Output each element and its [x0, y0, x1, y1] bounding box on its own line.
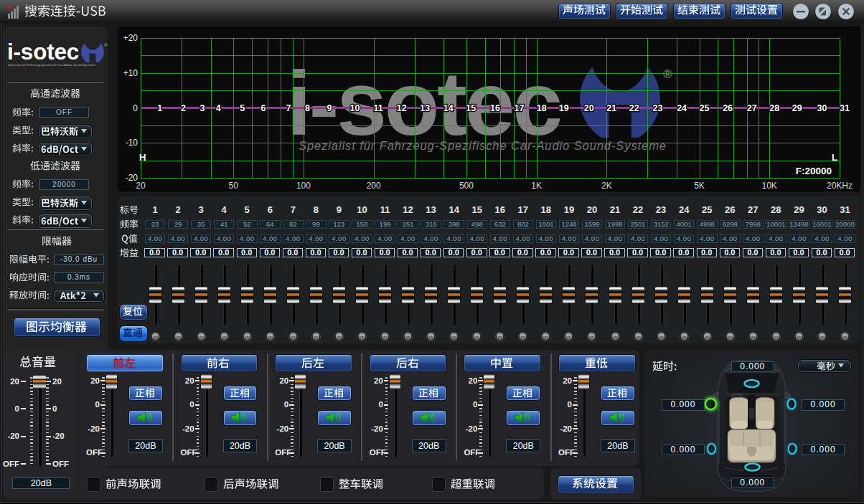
svg-text:2K: 2K	[601, 181, 612, 191]
svg-text:15: 15	[466, 103, 476, 113]
svg-text:6: 6	[261, 103, 266, 113]
svg-text:26: 26	[723, 103, 733, 113]
svg-text:5K: 5K	[694, 181, 705, 191]
svg-text:20: 20	[136, 181, 146, 191]
svg-text:22: 22	[629, 103, 639, 113]
svg-text:20: 20	[584, 103, 594, 113]
svg-text:100: 100	[296, 181, 311, 191]
svg-text:20KHz: 20KHz	[827, 181, 853, 191]
svg-text:50: 50	[229, 181, 239, 191]
svg-text:4: 4	[216, 103, 221, 113]
svg-text:16: 16	[490, 103, 500, 113]
svg-text:27: 27	[747, 103, 757, 113]
svg-text:1K: 1K	[531, 181, 542, 191]
svg-text:14: 14	[443, 103, 454, 113]
svg-text:9: 9	[327, 103, 332, 113]
svg-text:10K: 10K	[762, 181, 777, 191]
svg-text:2: 2	[181, 103, 186, 113]
svg-text:-10: -10	[126, 138, 138, 148]
svg-text:17: 17	[515, 103, 525, 113]
svg-text:200: 200	[367, 181, 381, 191]
svg-text:+20: +20	[123, 33, 138, 43]
svg-text:30: 30	[817, 103, 827, 113]
svg-text:23: 23	[653, 103, 663, 113]
svg-text:19: 19	[559, 103, 569, 113]
svg-text:3: 3	[199, 103, 205, 113]
svg-text:13: 13	[420, 103, 430, 113]
svg-text:24: 24	[677, 103, 687, 113]
svg-text:500: 500	[459, 181, 474, 191]
svg-text:11: 11	[373, 103, 382, 113]
svg-text:21: 21	[606, 103, 616, 113]
svg-text:25: 25	[700, 103, 710, 113]
svg-text:5: 5	[240, 103, 245, 113]
svg-text:7: 7	[286, 103, 291, 113]
svg-text:18: 18	[537, 103, 547, 113]
svg-text:0: 0	[133, 103, 138, 113]
svg-text:1: 1	[157, 103, 162, 113]
svg-text:28: 28	[769, 103, 779, 113]
svg-text:L: L	[832, 152, 837, 163]
svg-text:12: 12	[397, 103, 407, 113]
svg-text:H: H	[139, 152, 146, 163]
svg-text:29: 29	[792, 103, 802, 113]
svg-text:+10: +10	[123, 68, 138, 78]
svg-text:31: 31	[840, 103, 850, 113]
svg-text:®: ®	[663, 67, 672, 81]
svg-text:8: 8	[305, 103, 310, 113]
svg-text:F:20000: F:20000	[796, 166, 832, 176]
svg-text:Spezialist für Fahrzeug-Spezif: Spezialist für Fahrzeug-Spezifische Car-…	[299, 139, 666, 152]
svg-text:10: 10	[349, 103, 360, 113]
